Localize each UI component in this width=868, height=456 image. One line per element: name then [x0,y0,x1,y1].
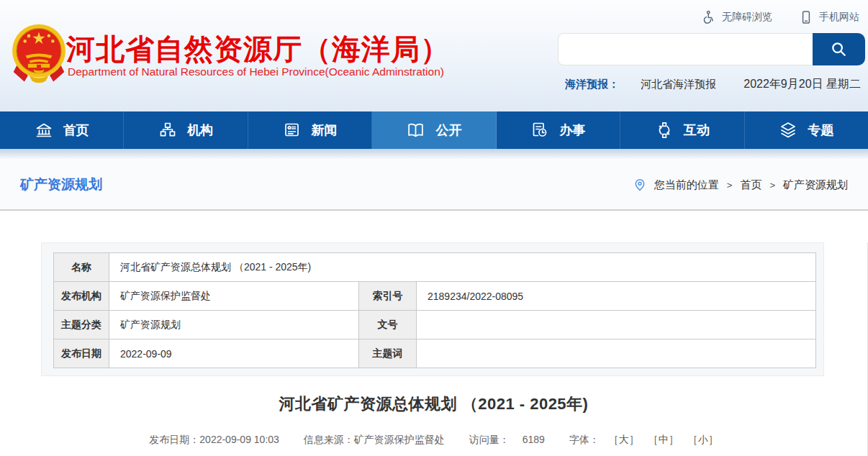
font-medium-button[interactable]: ［中］ [648,434,679,445]
site-search [558,33,865,65]
open-book-icon [406,121,425,140]
font-size-label: 字体： [569,434,600,445]
page-title: 矿产资源规划 [20,175,102,194]
category-value: 矿产资源规划 [109,311,359,339]
accessibility-label: 无障碍浏览 [722,11,772,24]
name-label: 名称 [54,253,109,282]
location-label: 您当前的位置 [654,178,719,192]
current-date: 2022年9月20日 星期二 [743,77,861,92]
font-small-button[interactable]: ［小］ [688,434,718,445]
pubdate-value: 2022-09-09 [109,339,359,368]
font-large-button[interactable]: ［大］ [609,434,639,445]
nav-label: 机构 [187,122,213,139]
pubdate-label: 发布日期 [54,339,109,368]
document-info-panel: 名称 河北省矿产资源总体规划 （2021 - 2025年) 发布机构 矿产资源保… [41,242,824,376]
nav-label: 新闻 [312,122,338,139]
site-subtitle-en: Department of Natural Resources of Hebei… [68,65,444,78]
forecast-link[interactable]: 河北省海洋预报 [641,78,716,91]
mobile-site-label: 手机网站 [819,11,859,24]
nav-item-services[interactable]: 办事 [497,111,620,149]
location-pin-icon [633,178,646,191]
index-value: 2189234/2022-08095 [417,282,816,311]
phone-icon [800,10,813,24]
table-row: 发布日期 2022-09-09 主题词 [54,339,816,368]
org-value: 矿产资源保护监督处 [109,282,359,311]
ocean-forecast-row: 海洋预报： 河北省海洋预报 2022年9月20日 星期二 [565,77,861,92]
news-icon [283,121,302,140]
wheelchair-icon [701,10,715,24]
nav-shadow [0,149,868,160]
breadcrumb-home-link[interactable]: 首页 [740,178,761,192]
name-value: 河北省矿产资源总体规划 （2021 - 2025年) [109,253,816,282]
table-row: 名称 河北省矿产资源总体规划 （2021 - 2025年) [54,253,816,282]
site-title: 河北省自然资源厅（海洋局） [66,29,450,69]
site-header: 无障碍浏览 手机网站 [0,0,868,111]
source-label: 信息来源： [304,434,354,445]
source-value: 矿产资源保护监督处 [354,434,445,445]
nav-item-home[interactable]: 首页 [0,111,124,149]
index-label: 索引号 [359,282,417,311]
nav-item-news[interactable]: 新闻 [248,111,372,149]
org-label: 发布机构 [54,282,109,311]
nav-label: 互动 [684,122,710,139]
main-nav: 首页 机构 新闻 [0,111,868,149]
nav-item-public[interactable]: 公开 [372,111,496,149]
utility-links: 无障碍浏览 手机网站 [701,10,859,24]
nav-label: 首页 [63,122,89,139]
table-row: 主题分类 矿产资源规划 文号 [54,311,816,339]
search-button[interactable] [813,33,865,65]
article-meta: 发布日期：2022-09-09 10:03 信息来源：矿产资源保护监督处 访问量… [0,434,867,447]
breadcrumb-current: 矿产资源规划 [783,178,848,192]
breadcrumb-separator: > [727,180,733,191]
nav-item-org[interactable]: 机构 [124,111,248,149]
nav-item-topics[interactable]: 专题 [745,111,868,149]
visits-label: 访问量： [469,434,510,445]
nav-item-interaction[interactable]: 互动 [620,111,744,149]
doc-clock-icon [530,121,549,140]
keywords-value [417,339,816,368]
layers-icon [779,121,797,140]
category-label: 主题分类 [54,311,109,339]
forecast-label: 海洋预报： [565,78,619,91]
nav-label: 专题 [808,122,833,139]
search-icon [829,40,849,59]
accessibility-link[interactable]: 无障碍浏览 [701,10,772,24]
mobile-site-link[interactable]: 手机网站 [800,10,859,24]
docnum-label: 文号 [359,311,417,339]
keywords-label: 主题词 [359,339,417,368]
table-row: 发布机构 矿产资源保护监督处 索引号 2189234/2022-08095 [54,282,816,311]
document-info-table: 名称 河北省矿产资源总体规划 （2021 - 2025年) 发布机构 矿产资源保… [53,252,816,368]
publish-date-label: 发布日期： [149,434,199,445]
org-chart-icon [158,121,177,140]
bank-icon [35,121,53,140]
breadcrumb: 您当前的位置 > 首页 > 矿产资源规划 [633,178,848,192]
nav-label: 办事 [559,122,585,139]
nav-label: 公开 [435,122,461,139]
breadcrumb-separator: > [769,180,775,191]
national-emblem-logo [9,22,69,84]
docnum-value [417,311,816,339]
article-title: 河北省矿产资源总体规划 （2021 - 2025年) [0,393,867,415]
cycle-icon [655,121,674,140]
breadcrumb-bar: 矿产资源规划 您当前的位置 > 首页 > 矿产资源规划 [0,160,868,211]
publish-date-value: 2022-09-09 10:03 [199,434,279,445]
search-input[interactable] [558,33,813,65]
visits-value: 6189 [523,434,545,445]
main-content: 名称 河北省矿产资源总体规划 （2021 - 2025年) 发布机构 矿产资源保… [0,242,868,456]
